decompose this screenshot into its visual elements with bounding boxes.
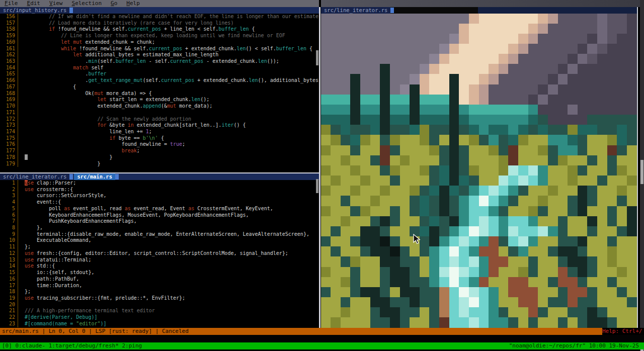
code-line: 170 extended_chunk.append(&mut more_data…: [0, 103, 319, 110]
code-line: 168 Ok(mut more_data) => {: [0, 91, 319, 97]
code-line: 179 }: [0, 161, 319, 167]
bottom-editor-scrollbar-thumb[interactable]: [316, 179, 318, 193]
line-number: 166: [0, 77, 15, 84]
code-text: #[command(name = "editor")]: [22, 321, 107, 327]
code-line: 166 .get_text_range_mut(self.current_pos…: [0, 77, 319, 84]
editor-input-history[interactable]: 156 // If we didn't find a newline and d…: [0, 14, 319, 172]
code-line: 156 // If we didn't find a newline and d…: [0, 14, 319, 20]
line-number: 176: [0, 141, 15, 148]
gutter-separator: [18, 225, 22, 231]
code-text: event::{: [22, 199, 61, 206]
code-line: 2use crossterm::{: [0, 187, 319, 193]
gutter-separator: [18, 116, 22, 123]
code-text: poll as event_poll, read as event_read, …: [22, 206, 273, 212]
code-text: use clap::Parser;: [22, 180, 76, 187]
menu-item-go[interactable]: Go: [106, 0, 122, 7]
window-scrollbar[interactable]: [640, 0, 644, 351]
code-text: .buffer: [22, 71, 107, 77]
gutter-separator: [18, 135, 22, 142]
tab-src-main-rs[interactable]: src/main.rs: [74, 173, 115, 180]
gutter-separator: [18, 71, 22, 77]
code-text: if !found_newline && self.current_pos + …: [22, 26, 255, 33]
vertical-pane-divider[interactable]: [319, 7, 320, 328]
gutter-separator: [18, 84, 22, 91]
gutter-separator: [18, 39, 22, 46]
menu-item-view[interactable]: View: [45, 0, 67, 7]
code-text: match self: [22, 65, 104, 71]
code-text: use fresh::{config, editor::Editor, scri…: [22, 250, 288, 257]
gutter-separator: [18, 110, 22, 116]
gutter-separator: [18, 20, 22, 27]
line-number: 163: [0, 58, 15, 65]
code-line: 159 // Line is longer than expected, kee…: [0, 33, 319, 39]
code-line: 12use fresh::{config, editor::Editor, sc…: [0, 250, 319, 257]
gutter-separator: [18, 218, 22, 225]
code-text: extended_chunk.append(&mut more_data);: [22, 103, 212, 110]
code-text: use ratatui::Terminal;: [22, 257, 91, 264]
modified-indicator: [390, 8, 394, 13]
menu-item-help[interactable]: Help: [122, 0, 144, 7]
gutter-separator: [18, 302, 22, 308]
code-line: 178 }: [0, 154, 319, 161]
tab-src-line-iterator-rs[interactable]: src/line_iterator.rs: [0, 173, 69, 180]
top-editor-scrollbar-thumb[interactable]: [316, 50, 318, 65]
code-line: 162 let additional_bytes = estimated_max…: [0, 52, 319, 58]
line-number: 167: [0, 84, 15, 91]
editor-status-bar: src/main.rs | Ln 0, Col 0 | LSP [rust: r…: [0, 328, 602, 335]
code-text: /// A high-performance terminal text edi…: [22, 308, 155, 314]
code-text: for &byte in extended_chunk[start_len..]…: [22, 122, 246, 129]
code-line: 157 // Load more data iteratively (rare …: [0, 20, 319, 27]
line-number: 157: [0, 20, 15, 27]
code-text: use std::{: [22, 263, 55, 270]
code-text: // Load more data iteratively (rare case…: [22, 20, 233, 27]
landscape-image: [321, 14, 637, 328]
menu-item-file[interactable]: File: [0, 0, 23, 7]
gutter-separator: [18, 289, 22, 295]
tmux-window-list[interactable]: [0] 0:claude- 1:target/debug/fresh* 2:pi…: [2, 342, 142, 349]
line-number: 159: [0, 33, 15, 39]
line-number: 1: [0, 180, 15, 187]
code-line: 165 .buffer: [0, 71, 319, 77]
line-number: 164: [0, 65, 15, 71]
code-text: [22, 302, 25, 308]
code-text: cursor::SetCursorStyle,: [22, 193, 107, 199]
tmux-host-clock: "noam@oldie:~/repos/fr" 10:00 19-Nov-25: [509, 342, 639, 349]
window-scrollbar-thumb[interactable]: [640, 160, 643, 184]
code-line: 175 if byte == b'\n' {: [0, 135, 319, 142]
right-pane-edge: [637, 7, 638, 328]
code-text: // If we didn't find a newline and didn'…: [22, 14, 318, 20]
line-number: 5: [0, 206, 15, 212]
gutter-separator: [18, 308, 22, 314]
code-line: 164 match self: [0, 65, 319, 71]
code-line: 19use tracing_subscriber::{fmt, prelude:…: [0, 295, 319, 302]
code-text: line_len += 1;: [22, 129, 152, 135]
line-number: 162: [0, 52, 15, 58]
code-line: 9 terminal::{disable_raw_mode, enable_ra…: [0, 231, 319, 238]
code-line: 163 .min(self.buffer_len - self.current_…: [0, 58, 319, 65]
terminal-screen: FileEditViewSelectionGoHelp src/input_hi…: [0, 0, 644, 351]
menu-item-edit[interactable]: Edit: [23, 0, 45, 7]
gutter-separator: [18, 244, 22, 250]
gutter-separator: [18, 206, 22, 212]
menu-item-selection[interactable]: Selection: [67, 0, 107, 7]
tab-src-input-history-rs[interactable]: src/input_history.rs: [0, 7, 69, 14]
code-text: break;: [22, 148, 140, 154]
line-number: 161: [0, 46, 15, 52]
code-text: path::PathBuf,: [22, 276, 79, 283]
gutter-separator: [18, 65, 22, 71]
code-text: // Line is longer than expected, keep lo…: [22, 33, 285, 39]
code-line: 20: [0, 302, 319, 308]
gutter-separator: [18, 270, 22, 276]
code-line: 176 found_newline = true;: [0, 141, 319, 148]
editor-main[interactable]: 1use clap::Parser;2use crossterm::{3 cur…: [0, 180, 319, 328]
code-text: KeyboardEnhancementFlags, MouseEvent, Po…: [22, 212, 249, 219]
code-text: },: [22, 225, 43, 231]
code-line: 16 path::PathBuf,: [0, 276, 319, 283]
code-line: 6 KeyboardEnhancementFlags, MouseEvent, …: [0, 212, 319, 219]
line-number: 19: [0, 295, 15, 302]
tab-src-line-iterator-rs[interactable]: src/line_iterator.rs: [321, 7, 390, 14]
gutter-separator: [18, 276, 22, 283]
modified-indicator: [69, 174, 73, 180]
line-number: 178: [0, 154, 15, 161]
code-line: 18};: [0, 289, 319, 295]
